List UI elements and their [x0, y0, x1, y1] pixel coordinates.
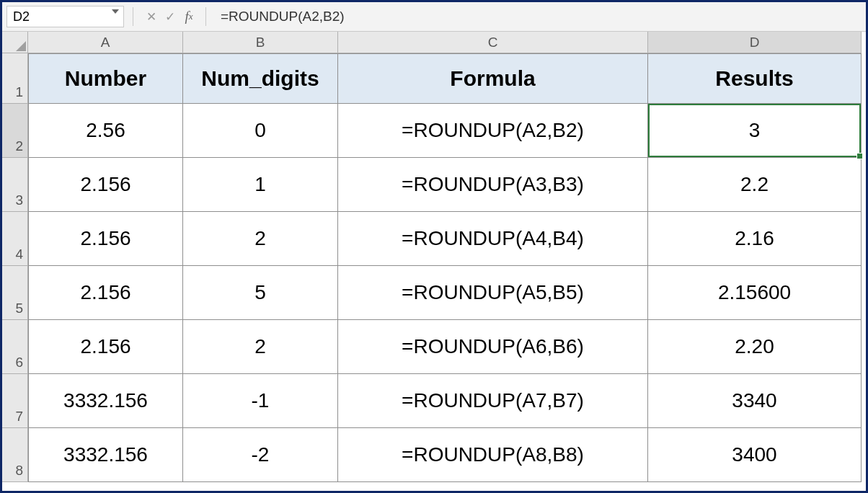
header-number[interactable]: Number — [28, 53, 183, 104]
cell-d4[interactable]: 2.16 — [648, 212, 862, 266]
cell-a8[interactable]: 3332.156 — [28, 428, 183, 482]
row-header-5[interactable]: 5 — [2, 266, 28, 320]
cell-b3[interactable]: 1 — [183, 158, 338, 212]
formula-input[interactable]: =ROUNDUP(A2,B2) — [213, 9, 866, 25]
excel-window: D2 ✕ ✓ fx =ROUNDUP(A2,B2) A B C D 1 Numb… — [0, 0, 868, 493]
name-box[interactable]: D2 — [6, 6, 124, 27]
cell-b2[interactable]: 0 — [183, 104, 338, 158]
cell-a7[interactable]: 3332.156 — [28, 374, 183, 428]
col-header-d[interactable]: D — [648, 32, 862, 53]
cell-b4[interactable]: 2 — [183, 212, 338, 266]
row-header-7[interactable]: 7 — [2, 374, 28, 428]
cancel-icon[interactable]: ✕ — [142, 7, 161, 26]
formula-bar: D2 ✕ ✓ fx =ROUNDUP(A2,B2) — [2, 2, 866, 32]
row-header-2[interactable]: 2 — [2, 104, 28, 158]
divider — [133, 7, 133, 26]
col-header-a[interactable]: A — [28, 32, 183, 53]
cell-b7[interactable]: -1 — [183, 374, 338, 428]
cell-a2[interactable]: 2.56 — [28, 104, 183, 158]
cell-c4[interactable]: =ROUNDUP(A4,B4) — [338, 212, 648, 266]
cell-d2-selected[interactable]: 3 — [648, 104, 862, 158]
cell-c6[interactable]: =ROUNDUP(A6,B6) — [338, 320, 648, 374]
cell-a3[interactable]: 2.156 — [28, 158, 183, 212]
header-formula[interactable]: Formula — [338, 53, 648, 104]
row-header-3[interactable]: 3 — [2, 158, 28, 212]
cell-c8[interactable]: =ROUNDUP(A8,B8) — [338, 428, 648, 482]
divider — [205, 7, 206, 26]
row-header-4[interactable]: 4 — [2, 212, 28, 266]
cell-b6[interactable]: 2 — [183, 320, 338, 374]
fx-icon[interactable]: fx — [180, 7, 198, 26]
spreadsheet-grid: A B C D 1 Number Num_digits Formula Resu… — [2, 32, 866, 482]
select-all-corner[interactable] — [2, 32, 28, 53]
enter-icon[interactable]: ✓ — [161, 7, 180, 26]
name-box-dropdown-icon[interactable] — [112, 9, 119, 14]
col-header-b[interactable]: B — [183, 32, 338, 53]
cell-a4[interactable]: 2.156 — [28, 212, 183, 266]
row-header-6[interactable]: 6 — [2, 320, 28, 374]
name-box-value: D2 — [13, 9, 30, 25]
cell-b8[interactable]: -2 — [183, 428, 338, 482]
cell-c3[interactable]: =ROUNDUP(A3,B3) — [338, 158, 648, 212]
cell-c5[interactable]: =ROUNDUP(A5,B5) — [338, 266, 648, 320]
cell-c2[interactable]: =ROUNDUP(A2,B2) — [338, 104, 648, 158]
cell-d6[interactable]: 2.20 — [648, 320, 862, 374]
cell-b5[interactable]: 5 — [183, 266, 338, 320]
cell-d5[interactable]: 2.15600 — [648, 266, 862, 320]
col-header-c[interactable]: C — [338, 32, 648, 53]
cell-a6[interactable]: 2.156 — [28, 320, 183, 374]
cell-d7[interactable]: 3340 — [648, 374, 862, 428]
cell-d3[interactable]: 2.2 — [648, 158, 862, 212]
row-header-1[interactable]: 1 — [2, 53, 28, 104]
cell-c7[interactable]: =ROUNDUP(A7,B7) — [338, 374, 648, 428]
cell-d8[interactable]: 3400 — [648, 428, 862, 482]
cell-a5[interactable]: 2.156 — [28, 266, 183, 320]
header-results[interactable]: Results — [648, 53, 862, 104]
header-num-digits[interactable]: Num_digits — [183, 53, 338, 104]
row-header-8[interactable]: 8 — [2, 428, 28, 482]
